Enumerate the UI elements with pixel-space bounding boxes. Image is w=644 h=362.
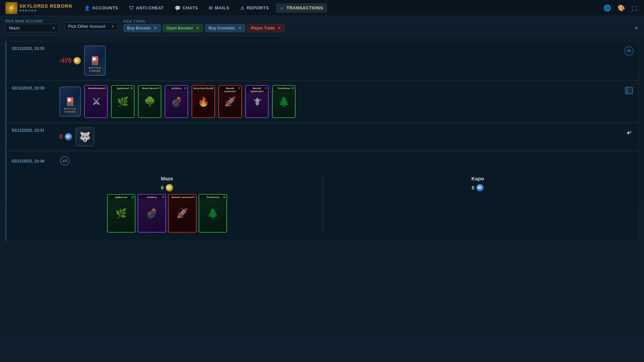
tag-player-trade-close[interactable]: ✕ [277,26,281,31]
wrathblades-name: Wrathblades [85,86,107,91]
main-account-select[interactable]: Maze ▼ [5,24,59,32]
tags-dropdown-arrow[interactable]: ▼ [634,25,639,31]
tag-open-booster-close[interactable]: ✕ [196,26,199,31]
tx2-pack: 🎴 BATTLE FORGE [59,86,81,117]
other-account-group: Pick Other Account ▼ [64,21,118,31]
tx3-content: 0 BF 🐺 [59,127,633,146]
trade-right-amount-value: 0 [472,185,474,190]
tx4-time: 02/12/2023, 10:49 [12,158,55,164]
nav-chats-label: CHATS [182,5,198,10]
nav-accounts-label: ACCOUNTS [92,5,118,10]
svg-text:✦: ✦ [629,130,632,134]
tag-player-trade[interactable]: Player Trade ✕ [247,24,284,32]
card-spikeroot[interactable]: 🌿 Spikeroot [111,85,135,118]
other-account-value: Pick Other Account [68,24,105,29]
filter-tags: Buy Booster ✕ Open Booster ✕ Buy Cosmeti… [123,24,284,32]
tx1-pack-label: BATTLE FORGE [85,66,105,72]
card-bandit-spearmen[interactable]: 🗡 Bandit Spearmen [245,85,269,118]
trade-card-artillery[interactable]: 💣 Artillery [138,194,166,233]
main-account-value: Maze [9,25,20,31]
trade-right-player: Kapo [472,176,484,181]
tx1-type-icon [624,46,634,56]
trade-spikeroot-art: 🌿 [108,195,135,232]
treefriend-1-name: Treefriend [273,86,295,91]
card-root-nexus[interactable]: 🌳 Root Nexus [138,85,161,118]
svg-rect-1 [627,50,631,52]
accounts-icon: 👤 [84,5,90,11]
logo-subtitle: REBORN [19,9,72,12]
spikeroot-name: Spikeroot [112,86,134,91]
nav-anti-cheat[interactable]: 🛡 ANTI-CHEAT [125,3,168,13]
nav-accounts[interactable]: 👤 ACCOUNTS [80,3,122,13]
logout-icon[interactable]: ⬚ [630,3,639,13]
card-treefriend-1[interactable]: 🌲 Treefriend [272,85,296,118]
nav-transactions[interactable]: ↔ TRANSACTIONS [276,3,327,13]
tx1-coin: BF [73,57,81,64]
pick-types-group: Pick Types Buy Booster ✕ Open Booster ✕ … [123,20,639,32]
transaction-open-booster: 02/12/2023, 10:30 🎴 BATTLE FORGE ⚔ Wrath… [5,81,639,122]
filters-bar: Pick Main Account Maze ▼ Pick Other Acco… [0,16,644,36]
tag-open-booster[interactable]: Open Booster ✕ [163,24,203,32]
scorched-earth-name: Scorched Earth [192,86,214,91]
tags-row: Buy Booster ✕ Open Booster ✕ Buy Cosmeti… [123,24,639,32]
nav-chats[interactable]: 💬 CHATS [171,3,202,13]
pack-icon: 🎴 [90,56,100,65]
transaction-player-trade: 02/12/2023, 10:49 Maze 0 BF [5,151,639,241]
tx3-time: 02/12/2023, 10:31 [12,127,55,133]
nav-mails-label: MAILS [215,5,229,10]
main-content: 02/12/2023, 10:30 -475 BF 🎴 BATTLE FORGE [0,36,644,361]
tx2-pack-icon: 🎴 [65,97,75,106]
card-bandit-launcher-1[interactable]: 🚀 Bandit Launcher [218,85,242,118]
tx1-amount-value: -475 [59,57,71,64]
trade-treefriend-art: 🌲 [199,195,226,232]
bandit-spearmen-name: Bandit Spearmen [246,86,268,94]
main-account-arrow: ▼ [52,26,55,30]
transaction-list: 02/12/2023, 10:30 -475 BF 🎴 BATTLE FORGE [5,39,639,242]
tx1-content: -475 BF 🎴 BATTLE FORGE [59,46,633,76]
main-account-group: Pick Main Account Maze ▼ [5,19,59,32]
nav-reports-label: REPORTS [247,5,269,10]
trade-left-amount: 0 BF [161,184,173,191]
transaction-buy-cosmetic: 02/12/2023, 10:31 0 BF 🐺 ✦ ✦ [5,123,639,150]
tx3-cosmetic-icon: 🐺 [79,131,91,142]
trade-right-amount: 0 BF [472,184,484,191]
tx3-cosmetic: 🐺 [75,127,94,146]
transactions-icon: ↔ [280,5,285,11]
nav-mails[interactable]: ✉ MAILS [205,3,233,13]
other-account-select[interactable]: Pick Other Account ▼ [64,22,118,31]
tag-open-booster-label: Open Booster [166,26,193,31]
nav-anti-cheat-label: ANTI-CHEAT [136,5,164,10]
tx1-time: 02/12/2023, 10:30 [12,46,55,51]
tx3-amount: 0 BF [59,133,72,140]
tag-buy-booster[interactable]: Buy Booster ✕ [123,24,161,32]
card-scorched-earth[interactable]: 🔥 Scorched Earth [192,85,215,118]
theme-icon[interactable]: 🎨 [616,3,626,13]
mails-icon: ✉ [209,5,213,11]
trade-left-side: Maze 0 BF 🌿 Spikeroot [12,173,322,235]
svg-point-7 [60,157,69,165]
logo[interactable]: ⚡ Skylords Reborn REBORN [5,2,72,14]
tx3-amount-value: 0 [59,133,63,140]
trade-card-treefriend[interactable]: 🌲 Treefriend [199,194,227,233]
tx3-coin: BF [65,133,72,140]
logo-title: Skylords Reborn [19,4,72,9]
tx2-content: 🎴 BATTLE FORGE ⚔ Wrathblades 🌿 Spikeroot [59,85,633,118]
tag-buy-booster-close[interactable]: ✕ [154,26,157,31]
tag-buy-cosmetic[interactable]: Buy Cosmetic ✕ [205,24,245,32]
trade-left-amount-value: 0 [161,185,164,190]
transaction-buy-booster: 02/12/2023, 10:30 -475 BF 🎴 BATTLE FORGE [5,41,639,80]
trade-card-spikeroot[interactable]: 🌿 Spikeroot [107,194,136,233]
language-icon[interactable]: 🌐 [602,3,612,13]
tx1-amount: -475 BF [59,57,81,64]
tx4-type-icon [59,156,70,166]
trade-card-bandit-launcher[interactable]: 🚀 Bandit Launcher [168,194,197,233]
tag-buy-cosmetic-label: Buy Cosmetic [209,26,235,31]
card-wrathblades[interactable]: ⚔ Wrathblades [84,85,108,118]
trade-right-side: Kapo 0 BF [323,173,633,235]
navbar: ⚡ Skylords Reborn REBORN 👤 ACCOUNTS 🛡 AN… [0,0,644,16]
nav-reports[interactable]: ⚠ REPORTS [236,3,273,13]
trade-bandit-art: 🚀 [169,195,196,232]
tag-buy-cosmetic-close[interactable]: ✕ [238,26,241,31]
trade-left-coin: BF [166,184,173,191]
card-artillery[interactable]: 💣 Artillery [165,85,188,118]
